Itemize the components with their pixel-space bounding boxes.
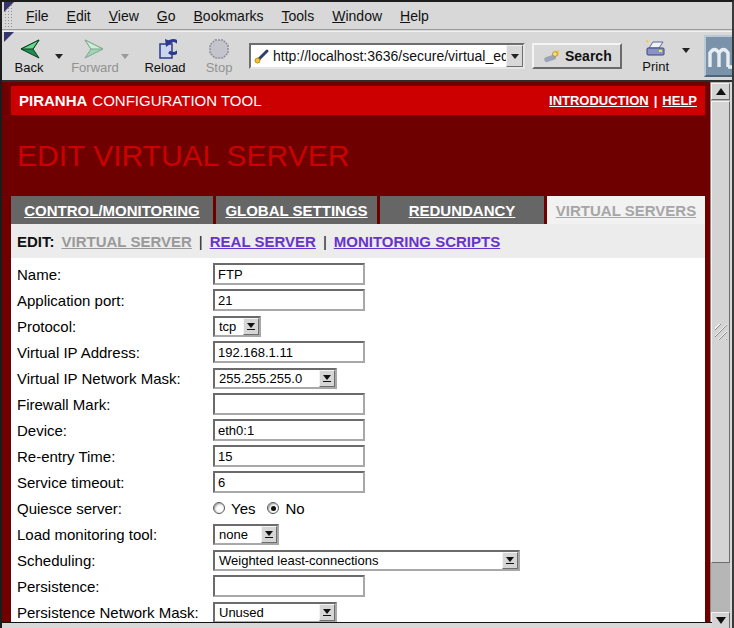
menu-tools[interactable]: Tools [273, 3, 324, 29]
field-label: Device: [17, 422, 213, 439]
tab-virtual-servers[interactable]: VIRTUAL SERVERS [547, 196, 705, 224]
scroll-up-button[interactable] [711, 83, 730, 100]
toolbar-grippy[interactable] [4, 4, 14, 27]
mozilla-logo[interactable] [704, 35, 734, 77]
vip-netmask-select[interactable]: 255.255.255.0 [213, 368, 337, 389]
banner-title-bold: PIRANHA [19, 92, 87, 109]
field-label: Virtual IP Address: [17, 344, 213, 361]
menu-help[interactable]: Help [391, 3, 438, 29]
print-button[interactable]: Print [634, 38, 678, 75]
field-label: Virtual IP Network Mask: [17, 370, 213, 387]
back-dropdown-icon[interactable] [55, 54, 63, 59]
navigation-toolbar: Back Forward Reload Stop http://localhos… [2, 31, 732, 80]
vertical-scrollbar[interactable] [710, 82, 730, 628]
url-text[interactable]: http://localhost:3636/secure/virtual_edi… [273, 48, 506, 64]
menu-go[interactable]: Go [148, 3, 185, 29]
page-title: EDIT VIRTUAL SERVER [17, 138, 349, 174]
load-monitoring-select[interactable]: none [213, 524, 279, 545]
print-dropdown-icon[interactable] [682, 48, 690, 53]
collapse-arrow-icon [4, 2, 14, 12]
field-label: Persistence: [17, 578, 213, 595]
dropdown-arrow-icon [502, 552, 518, 569]
forward-dropdown-icon [121, 54, 129, 59]
persistence-input[interactable] [213, 575, 365, 597]
introduction-link[interactable]: INTRODUCTION [549, 93, 649, 108]
arrow-up-icon [716, 88, 726, 95]
field-label: Load monitoring tool: [17, 526, 213, 543]
menu-bookmarks[interactable]: Bookmarks [185, 3, 273, 29]
url-bar[interactable]: http://localhost:3636/secure/virtual_edi… [249, 43, 525, 69]
form-row: Persistence: [11, 573, 705, 599]
form-row: Virtual IP Address: [11, 339, 705, 365]
page-proxy-icon [253, 48, 271, 64]
field-label: Application port: [17, 292, 213, 309]
search-button[interactable]: Search [532, 43, 622, 69]
scrollbar-thumb[interactable] [711, 101, 730, 563]
menu-view[interactable]: View [100, 3, 148, 29]
tab-global-settings[interactable]: GLOBAL SETTINGS [216, 196, 377, 224]
reload-icon [153, 38, 177, 60]
form-row: Service timeout: [11, 469, 705, 495]
form-row: Firewall Mark: [11, 391, 705, 417]
reentry-time-input[interactable] [213, 445, 365, 467]
field-label: Firewall Mark: [17, 396, 213, 413]
field-label: Service timeout: [17, 474, 213, 491]
monitoring-scripts-link[interactable]: MONITORING SCRIPTS [334, 233, 500, 250]
stop-button[interactable]: Stop [197, 37, 241, 76]
help-link[interactable]: HELP [662, 93, 697, 108]
field-label: Persistence Network Mask: [17, 604, 213, 621]
scroll-down-button[interactable] [711, 612, 730, 628]
edit-subnav: EDIT: VIRTUAL SERVER | REAL SERVER | MON… [11, 224, 705, 258]
url-history-dropdown[interactable] [506, 45, 523, 67]
form-row: Quiesce server: Yes No [11, 495, 705, 521]
subnav-prefix: EDIT: [17, 233, 55, 250]
firewall-mark-input[interactable] [213, 393, 365, 415]
field-label: Name: [17, 266, 213, 283]
form-row: Virtual IP Network Mask: 255.255.255.0 [11, 365, 705, 391]
menu-file[interactable]: File [17, 3, 58, 29]
form-row: Scheduling: Weighted least-connections [11, 547, 705, 573]
arrow-down-icon [716, 617, 726, 624]
real-server-link[interactable]: REAL SERVER [210, 233, 316, 250]
protocol-select[interactable]: tcp [213, 316, 261, 337]
forward-icon [82, 38, 108, 60]
form-row: Device: [11, 417, 705, 443]
virtual-server-form: Name: Application port: Protocol: tcp Vi… [11, 258, 705, 624]
banner-link-separator: | [654, 93, 658, 108]
form-row: Protocol: tcp [11, 313, 705, 339]
menu-edit[interactable]: Edit [58, 3, 100, 29]
subnav-virtual-server: VIRTUAL SERVER [62, 233, 192, 250]
persistence-netmask-select[interactable]: Unused [213, 602, 337, 623]
mozilla-m-icon [706, 43, 734, 69]
scheduling-select[interactable]: Weighted least-connections [213, 550, 520, 571]
forward-button[interactable]: Forward [73, 37, 117, 76]
back-button[interactable]: Back [7, 37, 51, 76]
quiesce-yes-radio[interactable] [213, 502, 225, 514]
piranha-banner: PIRANHA CONFIGURATION TOOL INTRODUCTION … [11, 86, 705, 115]
tab-redundancy[interactable]: REDUNDANCY [380, 196, 544, 224]
print-icon [643, 39, 669, 59]
field-label: Re-entry Time: [17, 448, 213, 465]
service-timeout-input[interactable] [213, 471, 365, 493]
window-bottom-frame [2, 622, 712, 628]
reload-button[interactable]: Reload [143, 37, 187, 76]
field-label: Quiesce server: [17, 500, 213, 517]
form-row: Persistence Network Mask: Unused [11, 599, 705, 624]
tab-control-monitoring[interactable]: CONTROL/MONITORING [11, 196, 213, 224]
thumb-grip-icon [715, 324, 727, 340]
chevron-down-icon [511, 54, 519, 59]
field-label: Protocol: [17, 318, 213, 335]
dropdown-arrow-icon [243, 318, 259, 335]
virtual-ip-address-input[interactable] [213, 341, 365, 363]
device-input[interactable] [213, 419, 365, 441]
dropdown-arrow-icon [319, 370, 335, 387]
tab-bar: CONTROL/MONITORING GLOBAL SETTINGS REDUN… [11, 196, 705, 224]
menu-window[interactable]: Window [323, 3, 391, 29]
application-port-input[interactable] [213, 289, 365, 311]
browser-viewport: PIRANHA CONFIGURATION TOOL INTRODUCTION … [2, 82, 712, 624]
name-input[interactable] [213, 263, 365, 285]
form-row: Application port: [11, 287, 705, 313]
field-label: Scheduling: [17, 552, 213, 569]
quiesce-no-radio[interactable] [267, 502, 279, 514]
collapse-arrow-icon [4, 32, 14, 42]
